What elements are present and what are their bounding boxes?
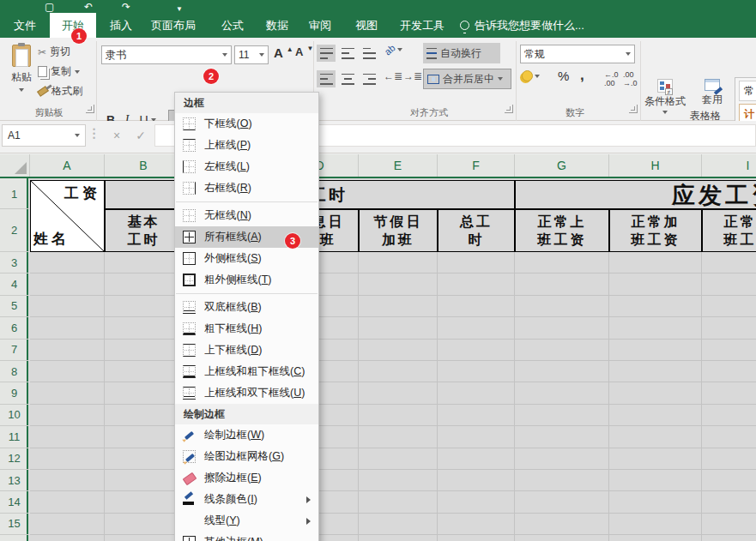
align-top-button[interactable] [317,45,336,62]
row-header-13[interactable]: 13 [0,470,28,491]
alignment-dialog-launcher[interactable] [505,105,513,113]
icon-inner-vline [189,538,190,541]
menu-item-border-left[interactable]: 左框线(L) [175,156,318,177]
undo-icon[interactable]: ↶ [84,1,93,13]
menu-item-none[interactable]: 线型(Y) [175,510,318,532]
row-header-3[interactable]: 3 [0,252,28,274]
menu-item-border-double-bottom[interactable]: 双底框线(B) [175,297,318,318]
increase-decimal-button[interactable]: ←.0.00 [604,70,619,87]
shrink-font-button[interactable]: A▼ [295,45,313,58]
column-header-E[interactable]: E [359,154,438,177]
menu-item-border-all[interactable]: 其他边框(M) [175,532,318,541]
row-header-9[interactable]: 9 [0,382,28,404]
copy-button[interactable]: 复制 [38,64,80,79]
name-box[interactable]: A1 [2,124,86,147]
format-painter-button[interactable]: 格式刷 [38,84,82,99]
header-cell-E2[interactable]: 节假日加班 [359,209,438,252]
clipboard-dialog-launcher[interactable] [86,105,94,113]
menu-item-border-thick-outside[interactable]: 粗外侧框线(T) [175,269,318,291]
increase-indent-button[interactable]: →≣ [403,70,422,82]
comma-button[interactable]: , [580,67,584,84]
tab-视图[interactable]: 视图 [343,13,390,38]
formula-bar-resize-handle[interactable]: ••• [93,128,95,145]
align-center-button[interactable] [338,70,357,87]
header-cell-I2[interactable]: 正常加班工资 [702,209,756,252]
header-cell-B2[interactable]: 基本工时 [105,209,183,252]
grid-body[interactable]: 加班工时应发工资基本工时休息日加班节假日加班总工时正常上班工资正常加班工资正常加… [30,178,756,541]
menu-item-border-top[interactable]: 上框线(P) [175,135,318,156]
align-left-button[interactable] [317,70,336,87]
enter-icon[interactable]: ✓ [130,124,151,147]
column-header-F[interactable]: F [438,154,515,177]
paste-button[interactable]: 粘贴 [5,41,38,94]
orientation-button[interactable]: ab [384,45,402,55]
wrap-text-button[interactable]: 自动换行 [423,43,500,63]
column-header-I[interactable]: I [702,154,756,177]
tab-插入[interactable]: 插入 [98,13,144,38]
copy-icon [38,66,47,77]
column-header-G[interactable]: G [515,154,609,177]
header-cell-F2[interactable]: 总工时 [438,209,515,252]
row-header-12[interactable]: 12 [0,448,28,470]
tab-文件[interactable]: 文件 [2,13,48,38]
menu-item-border-outside[interactable]: 外侧框线(S) [175,248,318,269]
row-header-2[interactable]: 2 [0,209,28,252]
menu-item-border-thick-bottom[interactable]: 粗下框线(H) [175,318,318,340]
menu-item-draw-border-grid[interactable]: 绘图边框网格(G) [175,446,318,467]
menu-item-border-right[interactable]: 右框线(R) [175,177,318,199]
column-header-A[interactable]: A [30,154,105,177]
redo-icon[interactable]: ↷ [122,1,130,13]
conditional-formatting-button[interactable]: ≠ 条件格式 [642,79,688,114]
decrease-decimal-button[interactable]: .00→.0 [623,70,638,87]
row-header-14[interactable]: 14 [0,491,28,513]
header-cell-G2[interactable]: 正常上班工资 [515,209,609,252]
tab-页面布局[interactable]: 页面布局 [139,13,208,38]
row-header-11[interactable]: 11 [0,426,28,448]
font-size-combo[interactable]: 11 [234,45,269,64]
align-middle-button[interactable] [338,45,357,62]
cell-style-normal[interactable]: 常 [739,81,756,101]
menu-item-border-top-bottom[interactable]: 上下框线(D) [175,340,318,361]
menu-item-draw-border[interactable]: 绘制边框(W) [175,424,318,446]
diagonal-header-cell[interactable]: 工资姓名 [30,180,105,252]
number-format-combo[interactable]: 常规 [520,45,635,63]
header-cell-H2[interactable]: 正常加班工资 [609,209,702,252]
decrease-indent-button[interactable]: ←≣ [384,70,402,82]
menu-section-header-0: 边框 [175,93,318,113]
menu-item-border-none[interactable]: 无框线(N) [175,205,318,226]
row-header-6[interactable]: 6 [0,317,28,339]
menu-item-erase-border[interactable]: 擦除边框(E) [175,467,318,489]
tab-公式[interactable]: 公式 [209,13,256,38]
menu-item-border-bottom[interactable]: 下框线(O) [175,113,318,135]
merge-center-button[interactable]: 合并后居中 [423,69,511,89]
font-name-combo[interactable]: 隶书 [101,45,232,64]
row-header-4[interactable]: 4 [0,274,28,295]
align-bottom-button[interactable] [360,45,378,62]
column-header-B[interactable]: B [105,154,183,177]
menu-item-label: 上框线(P) [204,138,251,153]
row-header-5[interactable]: 5 [0,296,28,317]
row-header-1[interactable]: 1 [0,180,28,209]
column-header-H[interactable]: H [609,154,702,177]
cancel-icon[interactable]: × [106,124,127,147]
tab-开发工具[interactable]: 开发工具 [388,13,457,38]
save-icon[interactable]: ▢ [45,1,54,13]
tab-数据[interactable]: 数据 [254,13,300,38]
row-header-10[interactable]: 10 [0,405,28,426]
percent-button[interactable]: % [558,69,569,83]
tab-审阅[interactable]: 审阅 [297,13,343,38]
align-right-button[interactable] [360,70,378,87]
number-dialog-launcher[interactable] [629,105,638,113]
menu-item-border-top-double-bottom[interactable]: 上框线和双下框线(U) [175,382,318,404]
merged-cell-wages-payable[interactable]: 应发工资 [515,180,756,209]
row-header-15[interactable]: 15 [0,514,28,535]
select-all-corner[interactable] [0,154,30,177]
row-header-7[interactable]: 7 [0,340,28,361]
menu-item-line-color[interactable]: 线条颜色(I) [175,489,318,510]
tell-me-box[interactable]: 告诉我您想要做什么... [460,13,584,38]
menu-item-border-top-thick-bottom[interactable]: 上框线和粗下框线(C) [175,361,318,382]
row-header-8[interactable]: 8 [0,361,28,382]
cut-button[interactable]: ✂ 剪切 [38,45,70,59]
accounting-format-button[interactable] [522,70,540,81]
grow-font-button[interactable]: A▲ [274,45,293,60]
